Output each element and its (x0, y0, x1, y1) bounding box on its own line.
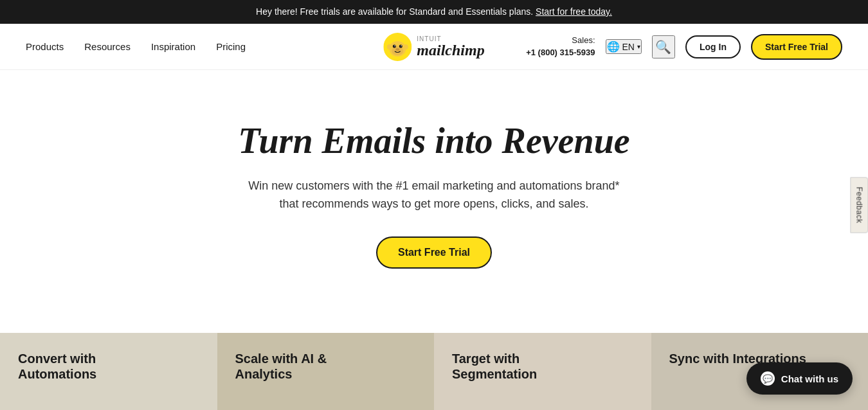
feedback-tab[interactable]: Feedback (851, 177, 868, 233)
feature-card-automations[interactable]: Convert withAutomations (0, 333, 217, 410)
hero-subtitle-line1: Win new customers with the #1 email mark… (248, 179, 619, 192)
feature-title-ai: Scale with AI &Analytics (235, 351, 417, 382)
chat-bubble-icon: 💬 (761, 371, 775, 386)
banner-link[interactable]: Start for free today. (536, 6, 612, 17)
logo-area[interactable]: INTUIT mailchimp (383, 33, 484, 61)
feature-card-ai[interactable]: Scale with AI &Analytics (217, 333, 435, 410)
nav-resources[interactable]: Resources (84, 41, 131, 52)
nav-right-actions: Sales: +1 (800) 315-5939 🌐 EN ▾ 🔍 Log In… (526, 34, 842, 60)
nav-inspiration[interactable]: Inspiration (151, 41, 195, 52)
sales-phone: +1 (800) 315-5939 (526, 48, 595, 57)
sales-label: Sales: (572, 35, 595, 45)
start-free-trial-button-nav[interactable]: Start Free Trial (751, 34, 842, 60)
search-button[interactable]: 🔍 (652, 35, 675, 58)
start-free-trial-button-hero[interactable]: Start Free Trial (376, 236, 492, 269)
svg-point-6 (401, 45, 402, 46)
nav-pricing[interactable]: Pricing (216, 41, 246, 52)
hero-subtitle-line2: that recommends ways to get more opens, … (279, 197, 588, 210)
logo-brand-text: mailchimp (417, 42, 484, 58)
chat-button[interactable]: 💬 Chat with us (746, 362, 853, 395)
feature-strip: Convert withAutomations Scale with AI &A… (0, 333, 868, 410)
sales-info: Sales: +1 (800) 315-5939 (526, 35, 595, 58)
mailchimp-logo-icon (383, 33, 411, 61)
search-icon: 🔍 (655, 39, 671, 55)
lang-label: EN (622, 42, 635, 52)
feature-title-automations: Convert withAutomations (18, 351, 199, 382)
nav-products[interactable]: Products (26, 41, 64, 52)
banner-text: Hey there! Free trials are available for… (256, 6, 533, 17)
logo-text-group: INTUIT mailchimp (417, 36, 484, 58)
svg-point-7 (395, 48, 399, 51)
hero-title: Turn Emails into Revenue (26, 121, 842, 161)
hero-subtitle: Win new customers with the #1 email mark… (26, 177, 842, 214)
hero-section: Turn Emails into Revenue Win new custome… (0, 70, 868, 307)
svg-point-8 (387, 44, 392, 49)
feedback-label: Feedback (855, 187, 864, 224)
svg-point-9 (404, 44, 408, 49)
top-banner: Hey there! Free trials are available for… (0, 0, 868, 24)
chevron-down-icon: ▾ (637, 43, 640, 50)
language-selector[interactable]: 🌐 EN ▾ (606, 39, 642, 54)
globe-icon: 🌐 (607, 40, 620, 53)
svg-point-3 (393, 44, 396, 48)
feature-card-segmentation[interactable]: Target withSegmentation (434, 333, 651, 410)
navbar: Products Resources Inspiration Pricing I… (0, 24, 868, 70)
svg-point-5 (394, 45, 395, 46)
svg-point-4 (399, 44, 402, 48)
login-button[interactable]: Log In (685, 35, 741, 58)
chat-label: Chat with us (781, 373, 838, 384)
feature-title-segmentation: Target withSegmentation (452, 351, 633, 382)
